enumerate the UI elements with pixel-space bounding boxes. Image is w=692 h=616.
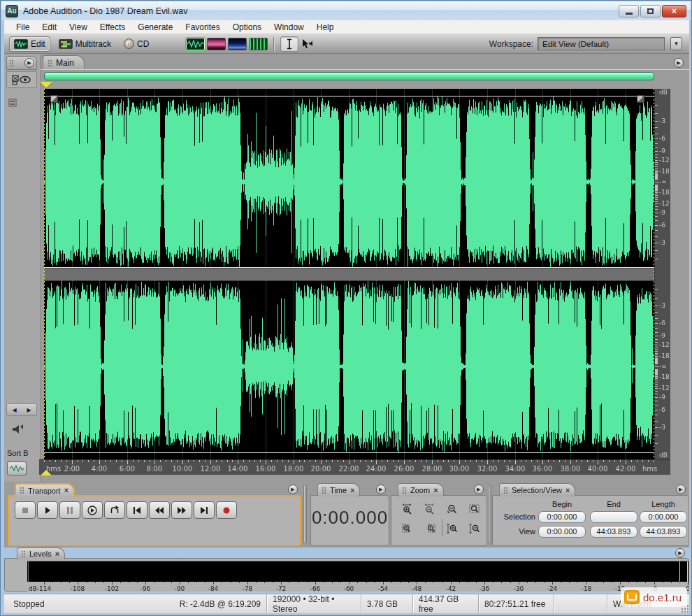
menu-bar: File Edit View Effects Generate Favorite…	[4, 20, 689, 34]
tab-grip-icon	[402, 487, 407, 494]
record-button[interactable]	[216, 501, 237, 519]
main-panel-menu-button[interactable]: ▶	[674, 58, 684, 68]
levels-tab-label: Levels	[29, 550, 52, 558]
minimize-button[interactable]	[619, 5, 639, 17]
zoom-out-full-button[interactable]	[442, 501, 461, 517]
transport-tab[interactable]: Transport ×	[15, 483, 75, 496]
play-icon	[42, 505, 53, 516]
menu-favorites[interactable]: Favorites	[179, 21, 226, 34]
files-nav-arrows[interactable]: ◀ ▶	[6, 403, 37, 416]
go-to-beginning-button[interactable]	[127, 501, 147, 519]
files-panel-menu-button[interactable]: ▶	[24, 58, 34, 68]
menu-effects[interactable]: Effects	[94, 21, 131, 34]
zoom-to-selection-button[interactable]	[465, 501, 484, 517]
time-panel-menu-button[interactable]: ▶	[376, 485, 386, 494]
levels-close-icon[interactable]: ×	[55, 550, 59, 558]
title-bar[interactable]: Au Adobe Audition - Dio 1987 Dream Evil.…	[1, 1, 691, 20]
selection-begin-field[interactable]: 0:00.000	[538, 511, 586, 523]
menu-help[interactable]: Help	[310, 21, 340, 34]
time-close-icon[interactable]: ×	[350, 487, 354, 494]
selection-handle-left[interactable]	[50, 95, 58, 103]
time-selection-tool-button[interactable]	[280, 36, 298, 52]
restore-button[interactable]	[640, 5, 661, 17]
transport-panel-menu-button[interactable]: ▶	[288, 485, 298, 494]
toolbar-separator	[273, 37, 275, 51]
waveform-view-toggle[interactable]	[186, 38, 205, 50]
selection-end-field[interactable]	[590, 511, 637, 523]
cd-icon	[124, 38, 134, 49]
shortcut-icon[interactable]	[8, 97, 17, 106]
workspace-dropdown[interactable]: Edit View (Default)	[538, 37, 665, 50]
selection-view-panel-menu-button[interactable]: ▶	[676, 485, 686, 494]
zoom-out-vertical-button[interactable]	[465, 521, 484, 536]
close-button[interactable]: ×	[662, 5, 686, 17]
transport-close-icon[interactable]: ×	[64, 487, 69, 494]
edit-view-label: Edit	[31, 39, 45, 49]
ibeam-icon	[284, 38, 294, 50]
menu-generate[interactable]: Generate	[131, 21, 179, 34]
zoom-in-right-selection-button[interactable]	[420, 521, 439, 536]
menu-options[interactable]: Options	[226, 21, 268, 34]
levels-tab[interactable]: Levels ×	[17, 547, 65, 559]
zoom-panel-menu-button[interactable]: ▶	[474, 485, 484, 494]
zoom-tab[interactable]: Zoom ×	[398, 483, 444, 496]
playhead-marker-bottom[interactable]	[41, 470, 52, 475]
spectral-phase-view-toggle[interactable]	[249, 38, 268, 50]
transport-tab-label: Transport	[28, 487, 61, 495]
zoom-in-horizontal-button[interactable]	[398, 501, 417, 517]
menu-edit[interactable]: Edit	[36, 21, 63, 34]
selection-length-field[interactable]: 0:00.000	[640, 511, 687, 523]
spectral-pan-view-toggle[interactable]	[228, 38, 247, 50]
zoom-in-left-selection-button[interactable]	[398, 521, 417, 536]
forward-arrow-icon[interactable]: ▶	[27, 407, 31, 413]
waveform-list-button[interactable]	[7, 461, 27, 475]
zoom-out-horizontal-icon	[424, 503, 436, 515]
workspace-dropdown-arrow[interactable]: ▼	[670, 37, 682, 50]
view-length-field[interactable]: 44:03.893	[640, 526, 687, 538]
show-options-button[interactable]	[6, 71, 37, 88]
auto-play-button[interactable]	[11, 423, 27, 438]
back-arrow-icon[interactable]: ◀	[12, 407, 16, 413]
play-from-cursor-button[interactable]	[82, 501, 103, 519]
playhead-marker-top[interactable]	[40, 82, 52, 88]
stop-button[interactable]	[15, 501, 36, 519]
selection-handle-right[interactable]	[637, 95, 644, 103]
main-tab[interactable]: Main	[43, 55, 85, 70]
play-looped-button[interactable]	[104, 501, 125, 519]
fast-forward-button[interactable]	[171, 501, 192, 519]
play-button[interactable]	[37, 501, 58, 519]
timeline-ruler[interactable]	[39, 459, 670, 475]
panel-splitter[interactable]	[488, 485, 491, 543]
selection-view-tab[interactable]: Selection/View ×	[499, 483, 575, 496]
view-begin-field[interactable]: 0:00.000	[538, 526, 586, 538]
levels-panel-menu-button[interactable]: ▶	[675, 548, 685, 558]
time-tab[interactable]: Time ×	[317, 483, 360, 496]
menu-view[interactable]: View	[63, 21, 94, 34]
selection-view-close-icon[interactable]: ×	[565, 487, 570, 494]
multitrack-view-button[interactable]: Multitrack	[55, 38, 115, 50]
scrub-tool-button[interactable]	[298, 36, 317, 52]
files-panel-header[interactable]: ▶	[6, 56, 37, 70]
edit-view-button[interactable]: Edit	[10, 37, 50, 51]
overview-navigation-bar[interactable]	[44, 72, 654, 80]
zoom-close-icon[interactable]: ×	[433, 487, 438, 494]
zoom-out-horizontal-button[interactable]	[420, 501, 439, 517]
spectral-frequency-view-toggle[interactable]	[207, 38, 226, 50]
end-column-header: End	[590, 500, 637, 508]
cd-view-button[interactable]: CD	[120, 37, 152, 50]
minimize-icon	[626, 13, 633, 15]
go-to-end-button[interactable]	[194, 501, 215, 519]
amplitude-ruler[interactable]	[654, 89, 670, 459]
playback-state: Stopped	[13, 599, 45, 609]
rewind-button[interactable]	[149, 501, 170, 519]
view-end-field[interactable]: 44:03.893	[590, 526, 637, 538]
time-display[interactable]: 0:00.000	[310, 507, 389, 529]
panel-grip-icon	[9, 59, 14, 67]
menu-file[interactable]: File	[10, 21, 36, 34]
main-tab-label: Main	[56, 58, 74, 68]
waveform-display[interactable]	[44, 89, 654, 459]
menu-window[interactable]: Window	[268, 21, 310, 34]
pause-button[interactable]	[59, 501, 80, 519]
panel-splitter[interactable]	[303, 485, 307, 543]
zoom-in-vertical-button[interactable]	[442, 521, 461, 536]
